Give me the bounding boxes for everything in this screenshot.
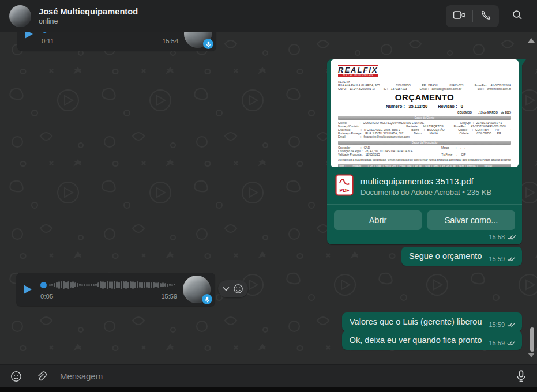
contact-status: online [39,17,138,25]
voice-seek-handle[interactable] [42,32,48,33]
bubble-tail [521,59,526,66]
open-button[interactable]: Abrir [334,210,422,230]
text-message-outgoing[interactable]: Valores que o Luis (gerente) liberou 15:… [342,312,522,331]
message-time: 15:59 [489,255,505,262]
section-negotiation-header: Dados da Negociação [338,141,511,145]
search-icon [512,10,523,22]
mic-badge-icon [202,294,212,304]
text-message-outgoing[interactable]: Ok, deixa eu ver quando fica pronto 15:5… [342,331,522,350]
file-meta: Documento do Adobe Acrobat • 235 KB [360,188,491,197]
video-camera-icon [453,10,465,22]
voice-duration: 0:05 [40,293,53,300]
document-title: ORÇAMENTO [338,92,511,102]
message-time: 15:59 [489,340,505,346]
play-icon[interactable] [24,32,36,40]
phone-icon [480,10,491,23]
file-name: multiequipamentos 35113.pdf [360,176,491,186]
contact-info[interactable]: José Multiequipamentod online [39,7,138,25]
message-time: 15:59 [489,321,505,328]
pdf-file-icon: PDF [335,174,354,198]
save-as-button[interactable]: Salvar como... [427,210,515,230]
voice-message-incoming[interactable]: 0:05 15:59 [16,273,215,306]
video-call-button[interactable] [446,5,472,27]
message-text: Valores que o Luis (gerente) liberou [350,316,482,327]
delivered-checks-icon [507,256,516,262]
attach-paperclip-icon[interactable] [33,368,50,385]
message-hover-controls [218,280,248,297]
client-data-rows: Cliente : COMERCIO MULTIEQUIPAMENTOS LTD… [338,121,511,139]
voice-record-mic-icon[interactable] [513,368,529,385]
voice-message-incoming-top[interactable]: 0:11 15:54 [17,32,216,51]
document-city-date: COLOMBO , 13 de MARÇO de 2025 [338,111,511,114]
realfix-logo: REALFIX TINTAS INDUSTRIAIS [338,65,378,77]
delivered-checks-icon [507,322,516,327]
voice-call-button[interactable] [473,5,500,27]
react-smiley-icon[interactable] [233,284,243,294]
pdf-preview[interactable]: REALFIX TINTAS INDUSTRIAIS REALFIX RUA A… [331,59,519,167]
svg-text:PDF: PDF [340,187,350,193]
chat-header: José Multiequipamentod online [0,0,537,32]
voice-sender-avatar[interactable] [183,276,211,303]
voice-seek-handle[interactable] [40,282,47,288]
window-bottom-strip [0,387,537,392]
document-number-row: Número : 35.113/50 Revisão : 0 [338,104,511,109]
search-button[interactable] [507,6,528,27]
contact-name: José Multiequipamentod [39,7,138,16]
message-input[interactable] [60,371,513,381]
negotiation-data-rows: Operador : CAD Marca : . .Condição de Pg… [338,146,511,157]
delivered-checks-icon [507,234,516,240]
delivered-checks-icon [507,340,516,346]
message-time: 15:58 [489,233,505,240]
message-time: 15:54 [162,37,178,44]
whatsapp-window: José Multiequipamentod online [0,0,537,392]
section-client-header: Dados do Cliente [338,116,511,120]
voice-duration: 0:11 [42,37,54,44]
company-contact-line: CNPJ : 13.244.820/0001-17 IE : 137018710… [338,87,511,91]
play-icon[interactable] [23,283,35,296]
voice-waveform[interactable] [50,32,178,35]
file-attachment-row[interactable]: PDF multiequipamentos 35113.pdf Document… [327,167,522,204]
document-message-outgoing: REALFIX TINTAS INDUSTRIAIS REALFIX RUA A… [327,59,522,244]
contact-avatar[interactable] [9,5,31,27]
text-message-outgoing[interactable]: Segue o orçamento 15:59 [401,247,522,266]
voice-waveform[interactable] [49,280,177,290]
mic-badge-icon [203,39,213,49]
message-text: Segue o orçamento [409,251,482,262]
message-text: Ok, deixa eu ver quando fica pronto [350,335,482,346]
scrollbar-thumb[interactable] [530,327,534,352]
scrollbar-down-arrow[interactable] [528,353,535,357]
message-composer [0,364,537,387]
message-menu-chevron-icon[interactable] [223,287,230,291]
message-time: 15:59 [161,293,177,300]
call-button-group [446,5,499,27]
voice-sender-avatar[interactable] [184,32,212,48]
chat-area: 0:11 15:54 REALFIX TINT [0,32,537,364]
scrollbar-up-arrow[interactable] [528,38,535,43]
emoji-picker-icon[interactable] [8,368,24,385]
document-note: Atendendo a sua preciada solicitação, te… [338,158,511,161]
items-table-header: Item | Produto | Un | Qtde | Preço Unit … [338,164,511,167]
